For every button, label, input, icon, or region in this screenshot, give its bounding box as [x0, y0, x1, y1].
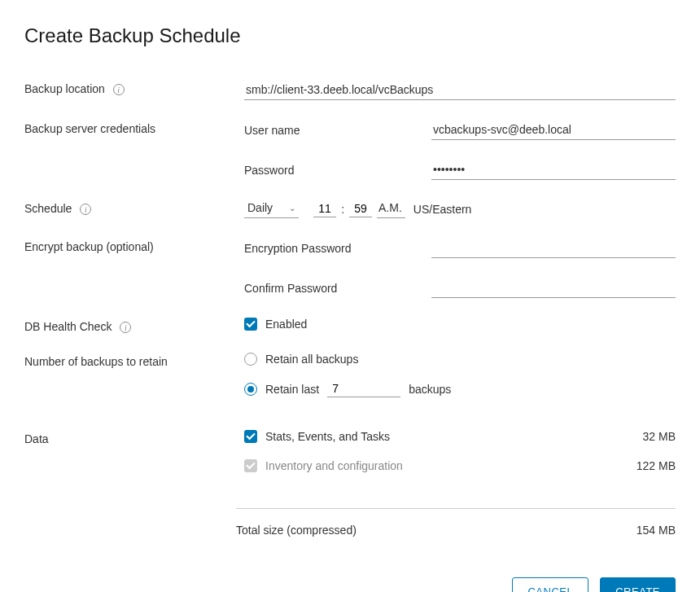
row-data: Data Stats, Events, and Tasks 32 MB Inve…: [24, 430, 676, 489]
page-title: Create Backup Schedule: [24, 24, 676, 47]
row-schedule: Schedule i Daily ⌄ : A.M. US/Eastern: [24, 200, 676, 218]
cancel-button[interactable]: CANCEL: [512, 577, 588, 592]
label-enc-password: Encryption Password: [244, 242, 431, 255]
total-row: Total size (compressed) 154 MB: [236, 524, 676, 537]
checkbox-icon: [244, 318, 257, 331]
stats-size: 32 MB: [643, 430, 676, 443]
row-backup-location: Backup location i: [24, 80, 676, 100]
chevron-down-icon: ⌄: [289, 204, 295, 213]
retain-last-radio[interactable]: Retain last backups: [244, 380, 676, 397]
label-stats: Stats, Events, and Tasks: [265, 430, 390, 443]
info-icon[interactable]: i: [120, 322, 131, 333]
label-credentials: Backup server credentials: [24, 120, 244, 135]
schedule-frequency-select[interactable]: Daily ⌄: [244, 200, 299, 218]
radio-icon: [244, 383, 257, 396]
stats-checkbox[interactable]: Stats, Events, and Tasks: [244, 430, 390, 443]
inventory-size: 122 MB: [637, 459, 676, 472]
info-icon[interactable]: i: [113, 84, 125, 95]
time-separator: :: [341, 203, 344, 216]
row-encrypt: Encrypt backup (optional) Encryption Pas…: [24, 238, 676, 298]
label-backups-suffix: backups: [409, 383, 451, 396]
divider: [236, 508, 676, 509]
create-button[interactable]: CREATE: [600, 577, 676, 592]
radio-icon: [244, 353, 257, 366]
encryption-password-input[interactable]: [431, 238, 676, 258]
retain-all-radio[interactable]: Retain all backups: [244, 353, 676, 366]
label-retain-last: Retain last: [265, 383, 319, 396]
password-input[interactable]: [431, 160, 676, 180]
row-db-health: DB Health Check i Enabled: [24, 318, 676, 333]
label-total: Total size (compressed): [236, 524, 357, 537]
username-input[interactable]: [431, 120, 676, 140]
schedule-ampm-select[interactable]: A.M.: [377, 200, 405, 218]
inventory-checkbox: Inventory and configuration: [244, 459, 403, 472]
checkbox-icon: [244, 430, 257, 443]
retain-count-input[interactable]: [327, 380, 400, 397]
schedule-hour-input[interactable]: [313, 200, 336, 217]
confirm-password-input[interactable]: [431, 278, 676, 298]
label-encrypt: Encrypt backup (optional): [24, 238, 244, 253]
checkbox-icon: [244, 459, 257, 472]
label-schedule: Schedule i: [24, 200, 244, 215]
schedule-minute-input[interactable]: [349, 200, 372, 217]
label-inventory: Inventory and configuration: [265, 459, 403, 472]
label-retain: Number of backups to retain: [24, 353, 244, 368]
label-backup-location: Backup location i: [24, 80, 244, 95]
label-password: Password: [244, 164, 431, 177]
footer: CANCEL CREATE: [24, 577, 676, 592]
label-db-health: DB Health Check i: [24, 318, 244, 333]
row-retain: Number of backups to retain Retain all b…: [24, 353, 676, 397]
total-size: 154 MB: [637, 524, 676, 537]
schedule-timezone: US/Eastern: [413, 203, 472, 216]
label-data: Data: [24, 430, 244, 445]
db-health-checkbox[interactable]: Enabled: [244, 318, 307, 331]
label-username: User name: [244, 124, 431, 137]
label-retain-all: Retain all backups: [265, 353, 358, 366]
label-enabled: Enabled: [265, 318, 307, 331]
info-icon[interactable]: i: [80, 204, 91, 215]
label-confirm-password: Confirm Password: [244, 282, 431, 295]
backup-location-input[interactable]: [244, 80, 676, 100]
row-credentials: Backup server credentials User name Pass…: [24, 120, 676, 180]
